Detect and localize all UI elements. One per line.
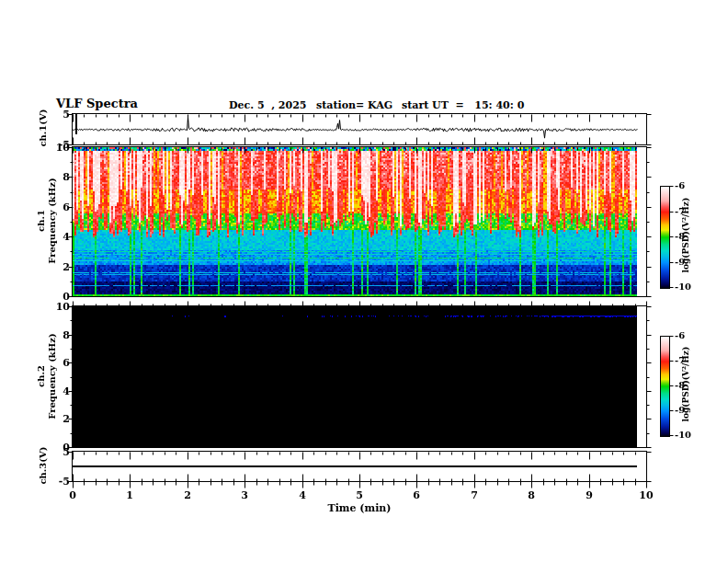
ch3-waveform-plot [73,452,646,481]
colorbar1-tick-label: -8 [675,232,685,241]
ch2-spec-axis-label: Frequency (kHz) [48,330,57,422]
ch1v-ytick-label: 5 [42,109,70,120]
xtick-label: 10 [632,490,660,500]
xtick-label: 2 [174,490,201,500]
xtick-label: 7 [461,490,488,500]
station-label: station= KAG [316,100,392,110]
colorbar2-tick-label: -7 [675,356,685,365]
xtick-label: 6 [403,490,430,500]
ch1spec-ytick-label: 6 [42,202,70,213]
colorbar-ch1 [660,186,670,289]
xtick-label: 3 [231,490,258,500]
ch1-waveform-plot [73,114,646,144]
colorbar1-tick-label: -6 [675,181,685,190]
colorbar1-tick-label: -7 [675,207,685,216]
colorbar2-tick-label: -10 [675,431,691,440]
ch2spec-ytick-label: 8 [42,330,70,340]
ch1spec-ytick-label: 4 [42,232,70,242]
start-ut-label: start UT = 15: 40: 0 [402,100,524,110]
ch3v-ytick-label: -5 [42,477,70,487]
xtick-label: 9 [575,490,603,500]
ch1spec-ytick-label: 10 [42,143,70,153]
colorbar1-tick-label: -9 [675,258,685,267]
vlf-spectra-figure: VLF Spectra Dec. 5 , 2025 station= KAG s… [0,0,728,563]
ch2spec-ytick-label: 4 [42,386,70,396]
ch1-spectrogram-plot [73,147,646,296]
colorbar2-tick-label: -8 [675,381,685,390]
colorbar2-tick-label: -6 [675,331,685,340]
xtick-label: 0 [59,490,86,500]
xtick-label: 1 [116,490,143,500]
ch2spec-ytick-label: 0 [42,442,70,453]
xtick-label: 8 [518,490,545,500]
xtick-label: 4 [289,490,316,500]
colorbar-ch2 [660,336,670,437]
ch1spec-ytick-label: 2 [42,262,70,272]
ch2spec-ytick-label: 10 [42,302,70,312]
xtick-label: 5 [346,490,373,500]
ch2spec-ytick-label: 2 [42,414,70,424]
x-axis-title: Time (min) [304,503,415,513]
colorbar2-tick-label: -9 [675,406,685,415]
ch2spec-ytick-label: 6 [42,358,70,368]
ch1spec-ytick-label: 8 [42,172,70,182]
ch1-spec-axis-label: Frequency (kHz) [48,175,57,267]
colorbar1-tick-label: -10 [675,282,691,292]
ch2-spectrogram-plot [73,306,646,447]
date-label: Dec. 5 , 2025 [229,100,306,110]
